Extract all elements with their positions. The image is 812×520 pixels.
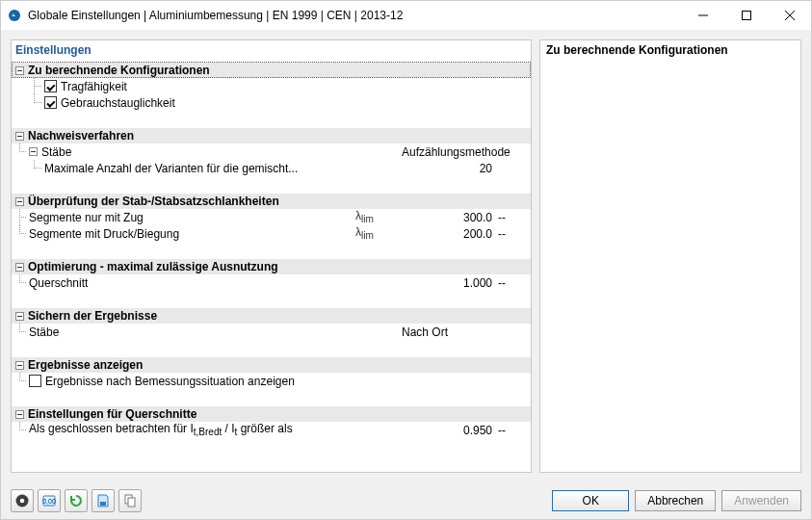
ok-button[interactable]: OK	[552, 490, 629, 511]
group-configurations[interactable]: Zu berechnende Konfigurationen	[12, 62, 531, 78]
svg-rect-8	[128, 498, 135, 507]
save-preset-button[interactable]	[92, 489, 115, 512]
checkbox-results-by-design-sit[interactable]	[29, 375, 41, 387]
close-button[interactable]	[768, 1, 811, 30]
copy-button[interactable]	[118, 489, 142, 512]
app-icon	[7, 8, 22, 23]
expander-icon[interactable]	[15, 197, 24, 206]
svg-text:0,00: 0,00	[42, 498, 56, 505]
expander-icon[interactable]	[15, 132, 24, 141]
settings-panel: Einstellungen Zu berechnende Konfigurati…	[11, 39, 532, 473]
titlebar: Globale Einstellungen | Aluminiumbemessu…	[1, 1, 811, 30]
group-optimization[interactable]: Optimierung - maximal zulässige Ausnutzu…	[12, 258, 531, 274]
expander-icon[interactable]	[15, 361, 24, 370]
footer: 0,00 OK Abbrechen Anwenden	[1, 482, 811, 519]
group-verification-method[interactable]: Nachweisverfahren	[12, 127, 531, 143]
item-sls[interactable]: Gebrauchstauglichkeit	[12, 94, 531, 111]
item-tension-only[interactable]: Segmente nur mit Zug λlim 300.0 --	[12, 209, 531, 225]
svg-rect-1	[742, 12, 750, 20]
lambda-lim-symbol: λlim	[355, 209, 402, 224]
group-display-results[interactable]: Ergebnisse anzeigen	[12, 356, 531, 373]
expander-icon[interactable]	[29, 147, 38, 156]
settings-panel-title: Einstellungen	[12, 40, 531, 62]
item-cross-section[interactable]: Querschnitt 1.000 --	[12, 274, 531, 291]
svg-point-3	[20, 499, 25, 504]
item-uls[interactable]: Tragfähigkeit	[12, 78, 531, 94]
window-title: Globale Einstellungen | Aluminiumbemessu…	[28, 9, 681, 22]
checkbox-sls[interactable]	[44, 96, 57, 109]
checkbox-uls[interactable]	[44, 80, 57, 92]
item-members[interactable]: Stäbe Aufzählungsmethode	[12, 143, 531, 160]
item-compression-bending[interactable]: Segmente mit Druck/Biegung λlim 200.0 --	[12, 225, 531, 242]
group-slenderness[interactable]: Überprüfung der Stab-/Stabsatzschlankhei…	[12, 193, 531, 209]
group-cross-section-settings[interactable]: Einstellungen für Querschnitte	[12, 405, 531, 422]
expander-icon[interactable]	[15, 410, 24, 419]
expander-icon[interactable]	[15, 312, 24, 321]
group-save-results[interactable]: Sichern der Ergebnisse	[12, 307, 531, 324]
item-save-members[interactable]: Stäbe Nach Ort	[12, 324, 531, 340]
detail-panel: Zu berechnende Konfigurationen	[539, 39, 801, 473]
item-closed-if-ratio[interactable]: Als geschlossen betrachten für It,Bredt …	[12, 422, 531, 438]
item-max-variants[interactable]: Maximale Anzahl der Varianten für die ge…	[12, 160, 531, 176]
svg-rect-6	[100, 502, 106, 506]
settings-tree: Zu berechnende Konfigurationen Tragfähig…	[12, 62, 531, 472]
group-label: Zu berechnende Konfigurationen	[28, 64, 531, 77]
cancel-button[interactable]: Abbrechen	[635, 490, 716, 511]
expander-icon[interactable]	[15, 66, 24, 75]
reset-button[interactable]	[65, 489, 88, 512]
help-button[interactable]	[11, 489, 34, 512]
content-area: Einstellungen Zu berechnende Konfigurati…	[1, 30, 811, 482]
maximize-button[interactable]	[724, 1, 768, 30]
expander-icon[interactable]	[15, 263, 24, 272]
detail-panel-title: Zu berechnende Konfigurationen	[540, 40, 800, 62]
apply-button: Anwenden	[721, 490, 801, 511]
lambda-lim-symbol: λlim	[355, 225, 402, 241]
minimize-button[interactable]	[681, 1, 724, 30]
units-button[interactable]: 0,00	[38, 489, 61, 512]
item-results-by-design-sit[interactable]: Ergebnisse nach Bemessungssituation anze…	[12, 373, 531, 389]
